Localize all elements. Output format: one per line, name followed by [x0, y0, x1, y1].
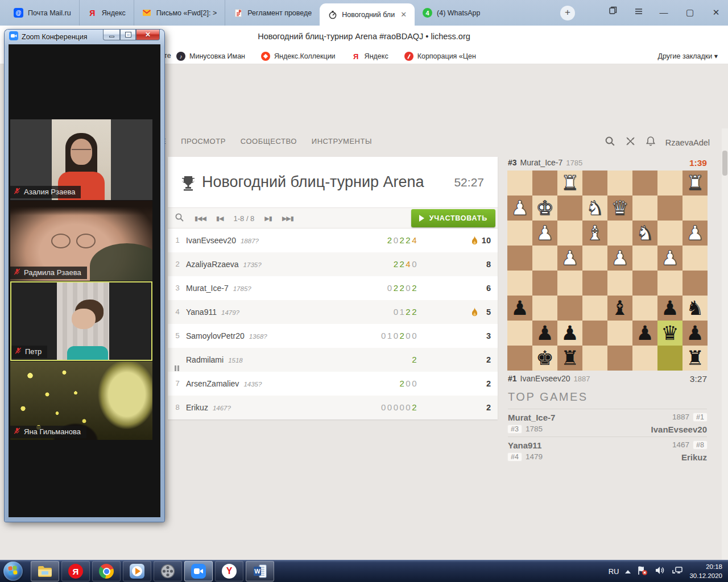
- square-d8[interactable]: [582, 171, 607, 196]
- video-tile-3[interactable]: Петр: [10, 281, 152, 361]
- square-h1[interactable]: ♜: [682, 346, 708, 371]
- window-close-button[interactable]: ✕: [708, 5, 725, 20]
- square-c1[interactable]: ♜: [557, 346, 582, 371]
- zoom-restore-button[interactable]: [120, 30, 136, 40]
- taskbar-media-player-icon[interactable]: [123, 561, 151, 581]
- first-page-button[interactable]: ▮◀◀: [195, 215, 206, 222]
- square-c4[interactable]: [557, 271, 582, 296]
- browser-tab-5[interactable]: 4(4) WhatsApp: [415, 0, 488, 26]
- square-b2[interactable]: ♟: [532, 321, 557, 346]
- square-d5[interactable]: [582, 246, 607, 271]
- nav-watch[interactable]: ПРОСМОТР: [181, 137, 226, 146]
- square-c7[interactable]: [557, 196, 582, 221]
- square-a3[interactable]: ♟: [507, 296, 532, 321]
- start-button[interactable]: [3, 562, 23, 581]
- standings-search-icon[interactable]: [175, 213, 184, 224]
- square-b8[interactable]: [532, 171, 557, 196]
- zoom-close-button[interactable]: ✕: [136, 30, 160, 40]
- square-g1[interactable]: [657, 346, 682, 371]
- square-a5[interactable]: [507, 246, 532, 271]
- bookmark-item-1[interactable]: Яндекс.Коллекции: [261, 52, 336, 61]
- zoom-window[interactable]: Zoom Конференция ✕ Азалия РзаеваРадмила …: [5, 30, 164, 522]
- square-f4[interactable]: [632, 271, 657, 296]
- player-name[interactable]: IvanEvseev201887?: [186, 228, 259, 253]
- square-h6[interactable]: ♟: [682, 221, 708, 246]
- square-h4[interactable]: [682, 271, 708, 296]
- square-e5[interactable]: ♟: [607, 246, 632, 271]
- standings-row-Radmilami[interactable]: Radmilami151822: [168, 348, 498, 372]
- page-scrollbar-thumb[interactable]: [722, 151, 727, 176]
- featured-player-top[interactable]: #3Murat_Ice-71785 1:39: [508, 158, 707, 169]
- square-h8[interactable]: ♜: [682, 171, 708, 196]
- square-d2[interactable]: [582, 321, 607, 346]
- network-icon[interactable]: [672, 566, 683, 578]
- square-f6[interactable]: ♞: [632, 221, 657, 246]
- player-name[interactable]: Radmilami1518: [186, 348, 243, 372]
- square-c2[interactable]: ♟: [557, 321, 582, 346]
- square-f7[interactable]: [632, 196, 657, 221]
- square-b5[interactable]: [532, 246, 557, 271]
- square-a8[interactable]: [507, 171, 532, 196]
- video-tile-4[interactable]: Яна Гильманова: [10, 361, 152, 440]
- square-a1[interactable]: [507, 346, 532, 371]
- square-g2[interactable]: ♛: [657, 321, 682, 346]
- square-e3[interactable]: ♝: [607, 296, 632, 321]
- tab-close-icon[interactable]: ✕: [400, 10, 407, 19]
- square-b6[interactable]: ♟: [532, 221, 557, 246]
- square-a2[interactable]: [507, 321, 532, 346]
- crossed-swords-icon[interactable]: [625, 136, 636, 149]
- square-c8[interactable]: ♜: [557, 171, 582, 196]
- top-game-0[interactable]: Murat_Ice-71887#1#31785IvanEvseev20: [508, 409, 707, 436]
- nav-tools[interactable]: ИНСТРУМЕНТЫ: [312, 137, 372, 146]
- player-name[interactable]: Yana9111479?: [186, 300, 239, 325]
- language-indicator[interactable]: RU: [609, 567, 619, 576]
- player-name[interactable]: AzaliyaRzaeva1735?: [186, 252, 262, 277]
- player-name[interactable]: SamoylovPetr201368?: [186, 324, 267, 348]
- top-game-1[interactable]: Yana9111467#8#41479Erikuz: [508, 436, 707, 464]
- square-d1[interactable]: [582, 346, 607, 371]
- browser-tab-4[interactable]: Новогодний бли✕: [320, 3, 415, 26]
- window-maximize-button[interactable]: ▢: [681, 5, 698, 20]
- square-g8[interactable]: [657, 171, 682, 196]
- square-f1[interactable]: [632, 346, 657, 371]
- taskbar-zoom-icon[interactable]: [184, 561, 213, 581]
- hidden-icons-button[interactable]: [625, 570, 631, 573]
- square-f5[interactable]: [632, 246, 657, 271]
- square-e2[interactable]: [607, 321, 632, 346]
- action-center-icon[interactable]: [637, 566, 648, 578]
- browser-tab-0[interactable]: @Почта Mail.ru: [6, 0, 79, 26]
- username[interactable]: RzaevaAdel: [665, 138, 710, 147]
- bookmark-item-0[interactable]: ♪Минусовка Иман: [176, 52, 245, 61]
- square-a6[interactable]: [507, 221, 532, 246]
- standings-row-Erikuz[interactable]: 8Erikuz1467?0000022: [168, 396, 498, 419]
- search-icon[interactable]: [605, 136, 615, 149]
- player-name[interactable]: ArsenZamaliev1435?: [186, 372, 262, 396]
- square-h3[interactable]: ♞: [682, 296, 708, 321]
- clock[interactable]: 20:18 30.12.2020: [689, 563, 725, 580]
- player-name[interactable]: Murat_Ice-71785?: [186, 276, 251, 301]
- square-a7[interactable]: ♟: [507, 196, 532, 221]
- side-panel-icon[interactable]: [604, 5, 621, 20]
- taskbar-media-classic-icon[interactable]: [154, 561, 182, 581]
- square-d4[interactable]: [582, 271, 607, 296]
- browser-tab-3[interactable]: Регламент проведе: [225, 0, 320, 26]
- square-e1[interactable]: [607, 346, 632, 371]
- next-page-button[interactable]: ▶▮: [264, 215, 272, 222]
- square-g5[interactable]: ♟: [657, 246, 682, 271]
- join-tournament-button[interactable]: УЧАСТВОВАТЬ: [411, 209, 495, 227]
- standings-row-Murat_Ice-7[interactable]: 3Murat_Ice-71785?022026: [168, 276, 498, 300]
- other-bookmarks-button[interactable]: Другие закладки ▾: [657, 52, 718, 60]
- square-a4[interactable]: [507, 271, 532, 296]
- featured-player-bottom[interactable]: #1IvanEvseev201887 3:27: [508, 374, 707, 385]
- square-f3[interactable]: [632, 296, 657, 321]
- square-d6[interactable]: ♝: [582, 221, 607, 246]
- square-h2[interactable]: ♟: [682, 321, 708, 346]
- square-e7[interactable]: ♛: [607, 196, 632, 221]
- prev-page-button[interactable]: ▮◀: [216, 215, 224, 222]
- bookmark-item-2[interactable]: ЯЯндекс: [351, 52, 388, 61]
- taskbar-explorer-icon[interactable]: [31, 561, 59, 581]
- taskbar-chrome-icon[interactable]: [92, 561, 121, 581]
- square-f2[interactable]: ♟: [632, 321, 657, 346]
- taskbar-yandex-icon[interactable]: Y: [215, 561, 243, 581]
- player-name[interactable]: Erikuz1467?: [186, 396, 231, 420]
